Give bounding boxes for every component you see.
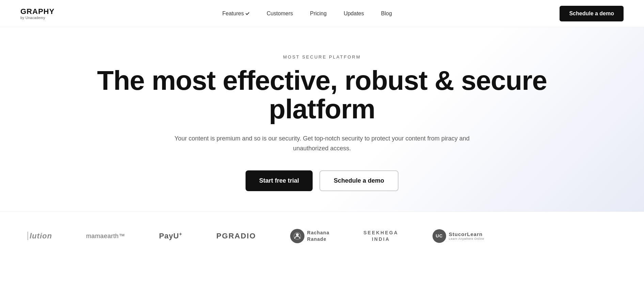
list-item: UC StucorLearn Learn Anywhere Online [433, 229, 484, 243]
nav-features[interactable]: Features [222, 11, 250, 17]
hero-subtitle: Your content is premium and so is our se… [169, 134, 475, 153]
nav-customers[interactable]: Customers [267, 11, 293, 17]
nav-schedule-demo-button[interactable]: Schedule a demo [560, 6, 624, 21]
logo-lution: lution [27, 232, 52, 240]
logo-pgradio: PGRADIO [216, 232, 256, 240]
list-item: SEEKHEGA INDIA [363, 230, 398, 242]
navbar: GRAPHY by Unacademy Features Customers P… [0, 0, 644, 27]
list-item: PGRADIO [216, 232, 256, 240]
chevron-down-icon [246, 11, 249, 15]
logo: GRAPHY by Unacademy [20, 7, 54, 20]
schedule-demo-button[interactable]: Schedule a demo [319, 170, 398, 191]
list-item: PayU+ [159, 231, 182, 240]
hero-section: MOST SECURE PLATFORM The most effective,… [0, 27, 644, 212]
brand-sub: by Unacademy [20, 16, 54, 20]
logo-mamaearth: mamaearth™ [86, 233, 125, 239]
hero-eyebrow: MOST SECURE PLATFORM [283, 54, 361, 60]
nav-blog[interactable]: Blog [381, 11, 392, 17]
list-item: lution [27, 232, 52, 240]
nav-links: Features Customers Pricing Updates Blog [222, 11, 392, 17]
start-free-trial-button[interactable]: Start free trial [246, 170, 313, 191]
stucorlearn-icon: UC [433, 229, 446, 243]
logo-payu: PayU+ [159, 232, 182, 240]
logos-section: lution mamaearth™ PayU+ PGRADIO Rachan [0, 212, 644, 260]
logos-strip: lution mamaearth™ PayU+ PGRADIO Rachan [27, 229, 617, 243]
brand-name: GRAPHY [20, 7, 54, 16]
logo-seekhega: SEEKHEGA INDIA [363, 230, 398, 242]
svg-point-0 [296, 233, 299, 236]
rachana-icon [290, 229, 304, 243]
list-item: mamaearth™ [86, 232, 125, 240]
list-item: Rachana Ranade [290, 229, 329, 243]
nav-pricing[interactable]: Pricing [310, 11, 327, 17]
hero-title: The most effective, robust & secure plat… [84, 66, 561, 123]
hero-buttons: Start free trial Schedule a demo [246, 170, 398, 191]
rachana-text: Rachana Ranade [307, 230, 329, 242]
stucorlearn-text: StucorLearn Learn Anywhere Online [449, 231, 484, 240]
nav-updates[interactable]: Updates [344, 11, 364, 17]
